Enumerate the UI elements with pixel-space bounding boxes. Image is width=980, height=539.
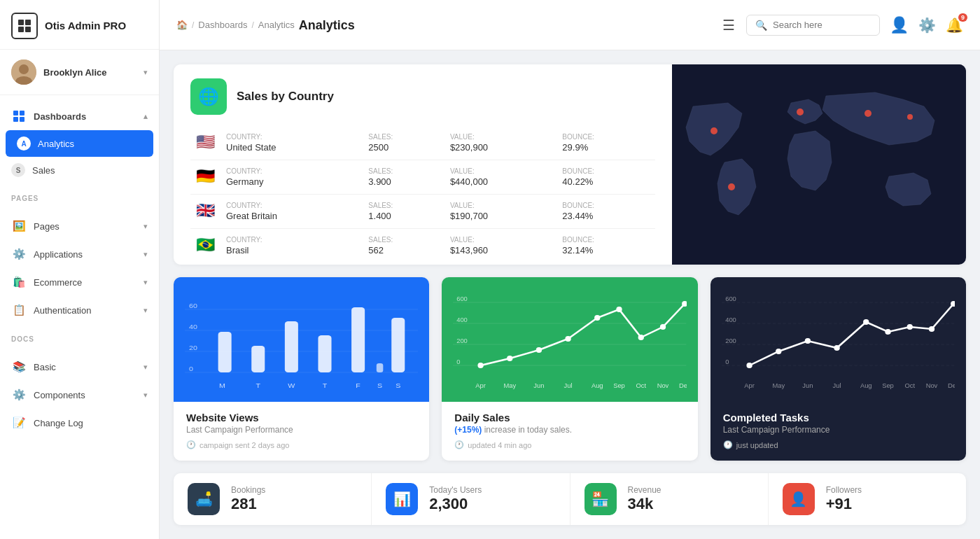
authentication-chevron-icon: ▾	[144, 306, 148, 315]
applications-chevron-icon: ▾	[144, 250, 148, 259]
search-input[interactable]	[773, 20, 871, 30]
search-box[interactable]: 🔍	[746, 15, 880, 36]
stat-label: Today's Users	[429, 485, 555, 495]
svg-text:Dec: Dec	[948, 382, 955, 389]
svg-point-12	[710, 127, 718, 134]
flag-icon: 🇺🇸	[196, 133, 215, 150]
table-row: 🇧🇷 Country: Brasil Sales: 562 Value: $14…	[190, 229, 655, 263]
user-icon[interactable]: 👤	[890, 16, 909, 34]
ecommerce-icon: 🛍️	[11, 274, 27, 290]
sidebar-item-analytics[interactable]: A Analytics	[6, 130, 153, 157]
svg-text:200: 200	[725, 337, 736, 344]
bounce-label: Bounce:	[562, 167, 650, 175]
country-value: Great Britain	[226, 211, 357, 221]
notification-icon[interactable]: 🔔 9	[946, 17, 963, 34]
sidebar-logo: Otis Admin PRO	[0, 0, 159, 50]
completed-tasks-title: Completed Tasks	[723, 412, 953, 424]
stat-value: +91	[826, 495, 952, 513]
bounce-label: Bounce:	[562, 202, 650, 209]
sales-value: 1.400	[368, 211, 439, 221]
sales-country-left: 🌐 Sales by Country 🇺🇸 Country: United St…	[174, 64, 672, 265]
sidebar-item-applications[interactable]: ⚙️ Applications ▾	[0, 240, 159, 268]
svg-rect-7	[13, 111, 18, 115]
svg-rect-9	[13, 117, 18, 122]
website-views-subtitle: Last Campaign Performance	[186, 425, 416, 435]
svg-point-78	[885, 329, 890, 335]
settings-icon[interactable]: ⚙️	[918, 17, 936, 34]
value-label: Value:	[450, 133, 551, 141]
breadcrumb-analytics: Analytics	[258, 20, 295, 30]
docs-section-label: DOCS	[0, 331, 159, 346]
sidebar-item-components[interactable]: ⚙️ Components ▾	[0, 381, 159, 409]
svg-point-77	[863, 319, 869, 325]
sales-value: 2500	[368, 142, 439, 153]
sidebar-item-ecommerce[interactable]: 🛍️ Ecommerce ▾	[0, 268, 159, 296]
svg-point-50	[566, 336, 571, 342]
stat-icon: 🏪	[584, 483, 617, 515]
svg-text:Dec: Dec	[679, 382, 686, 389]
bounce-value: 29.9%	[562, 142, 650, 153]
bottom-stat-item: 👤 Followers +91	[769, 473, 966, 525]
svg-rect-30	[377, 363, 384, 372]
stat-icon: 🛋️	[188, 483, 220, 515]
svg-text:Oct: Oct	[904, 382, 915, 389]
topbar: 🏠 / Dashboards / Analytics Analytics ☰ 🔍…	[160, 0, 980, 50]
chevron-up-icon: ▴	[144, 112, 148, 121]
svg-text:Jul: Jul	[564, 382, 573, 389]
svg-text:S: S	[377, 382, 383, 389]
sidebar-item-basic[interactable]: 📚 Basic ▾	[0, 353, 159, 381]
pages-label: Pages	[34, 221, 59, 232]
svg-text:Apr: Apr	[476, 382, 486, 389]
sales-badge: S	[11, 163, 25, 177]
svg-text:0: 0	[725, 358, 729, 365]
country-table: 🇺🇸 Country: United State Sales: 2500 Val…	[190, 126, 655, 262]
svg-point-5	[19, 64, 29, 74]
sidebar-item-dashboards[interactable]: Dashboards ▴	[0, 102, 159, 130]
svg-text:Jul: Jul	[832, 382, 841, 389]
sidebar-item-pages[interactable]: 🖼️ Pages ▾	[0, 212, 159, 240]
svg-text:T: T	[255, 382, 260, 389]
clock-icon: 🕐	[454, 440, 464, 449]
analytics-label: Analytics	[38, 139, 74, 149]
svg-text:0: 0	[189, 365, 193, 372]
sidebar-item-authentication[interactable]: 📋 Authentication ▾	[0, 296, 159, 324]
svg-text:0: 0	[457, 358, 461, 365]
sales-label: Sales	[32, 165, 55, 176]
svg-text:Oct: Oct	[636, 382, 647, 389]
svg-point-51	[594, 315, 600, 321]
svg-rect-26	[251, 346, 265, 372]
sidebar-item-sales[interactable]: S Sales	[0, 157, 159, 183]
bottom-stat-item: 🏪 Revenue 34k	[570, 473, 769, 525]
stat-label: Followers	[826, 485, 952, 495]
svg-rect-29	[351, 307, 365, 372]
page-title: Analytics	[299, 18, 355, 33]
completed-tasks-subtitle: Last Campaign Performance	[723, 425, 953, 435]
svg-text:40: 40	[189, 323, 197, 330]
docs-section: 📚 Basic ▾ ⚙️ Components ▾ 📝 Change Log	[0, 346, 159, 444]
sidebar-item-changelog[interactable]: 📝 Change Log	[0, 409, 159, 437]
svg-text:400: 400	[725, 316, 736, 323]
avatar	[11, 59, 36, 85]
stat-icon: 👤	[783, 483, 815, 515]
stat-value: 34k	[628, 495, 754, 513]
stat-info: Bookings 281	[231, 485, 357, 513]
svg-text:Jun: Jun	[534, 382, 545, 389]
sales-label: Sales:	[368, 202, 439, 209]
country-label: Country:	[226, 167, 357, 175]
pages-chevron-icon: ▾	[144, 222, 148, 231]
menu-icon[interactable]: ☰	[722, 17, 735, 34]
website-views-timestamp: 🕐 campaign sent 2 days ago	[186, 440, 416, 449]
svg-text:Aug: Aug	[860, 382, 872, 389]
svg-text:Sep: Sep	[613, 382, 625, 389]
pages-section: 🖼️ Pages ▾ ⚙️ Applications ▾ 🛍️ Ecommerc…	[0, 205, 159, 331]
svg-rect-10	[20, 117, 24, 122]
search-icon: 🔍	[755, 20, 767, 31]
svg-point-47	[478, 363, 484, 368]
sidebar-user[interactable]: Brooklyn Alice ▾	[0, 50, 159, 95]
bounce-label: Bounce:	[562, 236, 650, 244]
svg-point-16	[907, 114, 913, 120]
website-views-title: Website Views	[186, 412, 416, 424]
svg-text:Sep: Sep	[882, 382, 894, 389]
value-value: $190,700	[450, 211, 551, 221]
value-label: Value:	[450, 202, 551, 209]
